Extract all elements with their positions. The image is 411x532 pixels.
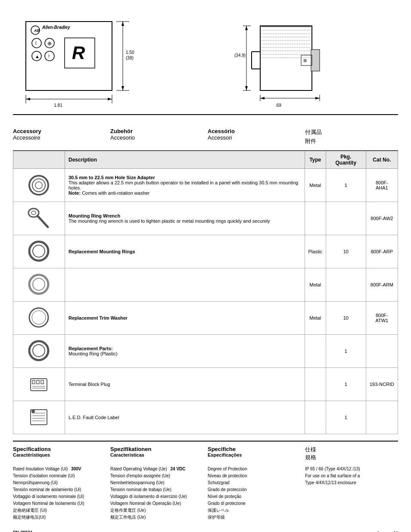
label-svg	[27, 405, 51, 429]
row-description: L.E.D. Fault Code Label	[65, 401, 305, 434]
ring-metal-svg	[27, 273, 51, 296]
row-qty: 1	[326, 334, 366, 367]
row-image	[13, 168, 65, 202]
svg-marker-55	[315, 97, 320, 100]
svg-text:▲: ▲	[35, 54, 40, 59]
row-type	[305, 367, 326, 401]
svg-point-63	[31, 211, 36, 215]
row-cat: 800F-AHA1	[366, 168, 398, 202]
adapter-image	[26, 172, 52, 198]
terminal-svg	[27, 372, 51, 396]
svg-text:Allen-Bradley: Allen-Bradley	[42, 25, 70, 30]
col-header-type: Type	[305, 151, 326, 168]
col-header-qty: Pkg. Quantity	[326, 151, 366, 168]
rockwell-logo: Rockwell Automation	[350, 530, 398, 532]
svg-line-62	[37, 216, 48, 227]
spec-label-zh: 仕様 規格	[305, 446, 398, 461]
svg-point-71	[33, 345, 45, 357]
table-row: Metal 800F-ARM	[13, 268, 398, 301]
row-description	[65, 268, 305, 301]
accessories-table: Description Type Pkg. Quantity Cat No. 3…	[13, 151, 398, 434]
svg-text:(38): (38)	[126, 56, 134, 60]
row-image	[13, 268, 65, 301]
row-qty: 1	[326, 367, 366, 401]
washer-svg	[27, 306, 51, 330]
left-diagram: AB Allen-Bradley I ⊕ ▲ ! R 1.50 (38)	[13, 9, 177, 108]
ring-metal-image	[26, 272, 52, 298]
svg-marker-18	[121, 86, 124, 90]
table-row: L.E.D. Fault Code Label 1	[13, 401, 398, 434]
svg-rect-42	[311, 50, 320, 71]
svg-point-67	[33, 278, 45, 290]
spec-col-4: IP 65 / 66 (Type 4/4X/12 /13) For use on…	[305, 466, 398, 521]
row-qty: 10	[326, 301, 366, 334]
row-description: 30.5 mm to 22.5 mm Hole Size Adapter Thi…	[65, 168, 305, 202]
spec-col-3: Degree of Protection Niveau de protectio…	[208, 466, 301, 521]
svg-point-69	[32, 311, 46, 324]
row-description: Terminal Block Plug	[65, 367, 305, 401]
row-description: Replacement Trim Washer	[65, 301, 305, 334]
col-header-description: Description	[65, 151, 305, 168]
table-row: Mounting Ring Wrench The mounting ring w…	[13, 202, 398, 235]
col-header-cat: Cat No.	[366, 151, 398, 168]
svg-marker-49	[245, 86, 248, 90]
svg-point-66	[29, 275, 48, 294]
accessory-label-zh: 付属品 附件	[305, 128, 398, 146]
row-image	[13, 202, 65, 235]
table-row: Replacement Mounting Rings Plastic 10 80…	[13, 235, 398, 268]
svg-point-59	[32, 179, 45, 192]
label-image	[26, 404, 52, 430]
adapter-svg	[27, 173, 51, 197]
row-type: Metal	[305, 268, 326, 301]
svg-point-60	[35, 182, 42, 189]
svg-point-83	[31, 410, 35, 413]
footer: PN-28074 DIR 10000022832 (Version 02) Pr…	[13, 529, 398, 532]
row-image	[13, 235, 65, 268]
svg-marker-25	[108, 98, 112, 100]
svg-text:⊕: ⊕	[47, 40, 52, 47]
spec-label-it: Specifiche Especificações	[208, 446, 301, 461]
svg-marker-17	[121, 22, 124, 26]
svg-point-68	[29, 308, 48, 327]
svg-marker-48	[245, 26, 248, 30]
spec-label-en: Specifications Caractéristiques	[13, 446, 106, 461]
row-cat	[366, 401, 398, 434]
wrench-image	[26, 205, 52, 231]
accessory-header: Accessory Accessoire Zubehör Accesorio A…	[13, 124, 398, 151]
row-cat: 800F-ARP	[366, 235, 398, 268]
row-description: Replacement Mounting Rings	[65, 235, 305, 268]
row-image	[13, 367, 65, 401]
footer-pn: PN-28074	[13, 529, 74, 532]
svg-text:I: I	[35, 41, 37, 46]
svg-point-70	[29, 341, 48, 360]
left-diagram-svg: AB Allen-Bradley I ⊕ ▲ ! R 1.50 (38)	[13, 9, 159, 108]
row-description: Mounting Ring Wrench The mounting ring w…	[65, 202, 305, 235]
ring-plastic2-svg	[27, 339, 51, 363]
svg-rect-74	[37, 380, 39, 384]
table-row: Terminal Block Plug 1 193-NCRID	[13, 367, 398, 401]
spec-col-1: Rated Insulation Voltage (Ui) 300V Tensi…	[13, 466, 106, 521]
row-qty: 1	[326, 168, 366, 202]
row-image	[13, 301, 65, 334]
ring-plastic2-image	[26, 338, 52, 364]
accessory-label-fr: Accessory Accessoire	[13, 128, 106, 146]
row-type: Plastic	[305, 235, 326, 268]
terminal-image	[26, 371, 52, 397]
svg-marker-54	[260, 97, 265, 100]
row-type	[305, 202, 326, 235]
svg-rect-73	[32, 380, 35, 384]
row-image	[13, 401, 65, 434]
row-type	[305, 401, 326, 434]
row-type: Metal	[305, 301, 326, 334]
svg-point-4	[32, 38, 41, 48]
row-type: Metal	[305, 168, 326, 202]
row-cat: 800F-ATW1	[366, 301, 398, 334]
svg-text:R: R	[72, 43, 85, 63]
row-cat: 800F-AW2	[366, 202, 398, 235]
row-qty: 1	[326, 401, 366, 434]
table-row: Replacement Parts: Mounting Ring (Plasti…	[13, 334, 398, 367]
col-header-image	[13, 151, 65, 168]
specs-section: Specifications Caractéristiques Spezifik…	[13, 441, 398, 521]
svg-marker-24	[26, 98, 30, 100]
ring-plastic-svg	[27, 240, 51, 263]
